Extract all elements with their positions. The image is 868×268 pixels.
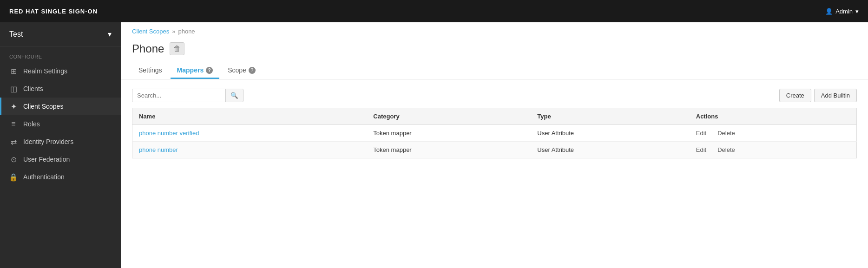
sidebar-item-clients[interactable]: ◫ Clients bbox=[0, 80, 121, 98]
search-button[interactable]: 🔍 bbox=[225, 89, 243, 102]
sidebar-item-label: Roles bbox=[23, 120, 40, 128]
tab-mappers-label: Mappers bbox=[177, 66, 204, 74]
mapper-name-link[interactable]: phone number bbox=[139, 146, 178, 153]
mappers-table: Name Category Type Actions phone number … bbox=[132, 108, 857, 158]
configure-section-label: Configure bbox=[0, 46, 121, 62]
sidebar-item-label: Clients bbox=[23, 85, 43, 92]
table-area: 🔍 Create Add Builtin Name Category Type … bbox=[121, 79, 868, 268]
delete-action[interactable]: Delete bbox=[717, 130, 735, 137]
add-builtin-button[interactable]: Add Builtin bbox=[814, 89, 857, 102]
cell-type: User Attribute bbox=[531, 142, 689, 158]
table-toolbar: 🔍 Create Add Builtin bbox=[132, 89, 857, 102]
table-row: phone numberToken mapperUser AttributeEd… bbox=[132, 142, 857, 158]
tab-scope-label: Scope bbox=[228, 66, 246, 74]
cell-category: Token mapper bbox=[367, 142, 531, 158]
sidebar-item-realm-settings[interactable]: ⊞ Realm Settings bbox=[0, 62, 121, 80]
scope-help-icon[interactable]: ? bbox=[249, 67, 256, 74]
realm-settings-icon: ⊞ bbox=[9, 67, 18, 75]
sidebar-item-client-scopes[interactable]: ✦ Client Scopes bbox=[0, 98, 121, 115]
search-input[interactable] bbox=[132, 89, 225, 102]
breadcrumb-separator: » bbox=[172, 28, 175, 35]
page-header: Phone 🗑 bbox=[121, 39, 868, 55]
breadcrumb-parent-link[interactable]: Client Scopes bbox=[132, 28, 169, 35]
create-button[interactable]: Create bbox=[779, 89, 811, 102]
tab-settings-label: Settings bbox=[138, 66, 162, 74]
identity-providers-icon: ⇄ bbox=[9, 137, 18, 146]
brand-logo: RED HAT SINGLE SIGN-ON bbox=[9, 8, 98, 15]
sidebar-item-roles[interactable]: ≡ Roles bbox=[0, 115, 121, 133]
main-layout: Test ▾ Configure ⊞ Realm Settings ◫ Clie… bbox=[0, 22, 868, 268]
search-box: 🔍 bbox=[132, 89, 243, 102]
top-navbar: RED HAT SINGLE SIGN-ON 👤 Admin ▾ bbox=[0, 0, 868, 22]
authentication-icon: 🔒 bbox=[9, 173, 18, 181]
realm-selector[interactable]: Test ▾ bbox=[0, 22, 121, 46]
content-area: Client Scopes » phone Phone 🗑 Settings M… bbox=[121, 22, 868, 268]
cell-name: phone number bbox=[132, 142, 367, 158]
user-menu[interactable]: 👤 Admin ▾ bbox=[825, 8, 859, 15]
cell-type: User Attribute bbox=[531, 125, 689, 142]
breadcrumb-current: phone bbox=[178, 28, 195, 35]
tab-scope[interactable]: Scope ? bbox=[221, 63, 262, 79]
sidebar-item-user-federation[interactable]: ⊙ User Federation bbox=[0, 150, 121, 168]
page-title: Phone bbox=[132, 42, 164, 55]
sidebar-item-identity-providers[interactable]: ⇄ Identity Providers bbox=[0, 133, 121, 150]
table-row: phone number verifiedToken mapperUser At… bbox=[132, 125, 857, 142]
user-icon: 👤 bbox=[825, 8, 833, 15]
col-category: Category bbox=[367, 108, 531, 125]
sidebar-item-authentication[interactable]: 🔒 Authentication bbox=[0, 168, 121, 186]
realm-name: Test bbox=[9, 30, 23, 39]
cell-name: phone number verified bbox=[132, 125, 367, 142]
sidebar-item-label: Identity Providers bbox=[23, 138, 73, 145]
sidebar-item-label: Client Scopes bbox=[23, 103, 63, 110]
user-dropdown-icon: ▾ bbox=[855, 8, 859, 15]
tab-settings[interactable]: Settings bbox=[132, 63, 169, 79]
clients-icon: ◫ bbox=[9, 85, 18, 93]
client-scopes-icon: ✦ bbox=[9, 102, 18, 111]
mappers-help-icon[interactable]: ? bbox=[206, 67, 213, 74]
sidebar-item-label: User Federation bbox=[23, 156, 70, 163]
col-name: Name bbox=[132, 108, 367, 125]
tabs: Settings Mappers ? Scope ? bbox=[121, 55, 868, 79]
toolbar-actions: Create Add Builtin bbox=[779, 89, 857, 102]
tab-mappers[interactable]: Mappers ? bbox=[171, 63, 220, 79]
col-type: Type bbox=[531, 108, 689, 125]
realm-dropdown-icon: ▾ bbox=[108, 30, 112, 39]
table-header-row: Name Category Type Actions bbox=[132, 108, 857, 125]
user-label: Admin bbox=[835, 8, 853, 15]
mapper-name-link[interactable]: phone number verified bbox=[139, 130, 199, 137]
sidebar-item-label: Authentication bbox=[23, 173, 65, 181]
sidebar: Test ▾ Configure ⊞ Realm Settings ◫ Clie… bbox=[0, 22, 121, 268]
cell-actions: EditDelete bbox=[690, 142, 857, 158]
delete-action[interactable]: Delete bbox=[717, 146, 735, 153]
cell-category: Token mapper bbox=[367, 125, 531, 142]
delete-button[interactable]: 🗑 bbox=[170, 42, 184, 55]
edit-action[interactable]: Edit bbox=[696, 130, 706, 137]
user-federation-icon: ⊙ bbox=[9, 155, 18, 163]
breadcrumb: Client Scopes » phone bbox=[121, 22, 868, 39]
cell-actions: EditDelete bbox=[690, 125, 857, 142]
edit-action[interactable]: Edit bbox=[696, 146, 706, 153]
sidebar-item-label: Realm Settings bbox=[23, 67, 67, 75]
col-actions: Actions bbox=[690, 108, 857, 125]
roles-icon: ≡ bbox=[9, 120, 18, 128]
